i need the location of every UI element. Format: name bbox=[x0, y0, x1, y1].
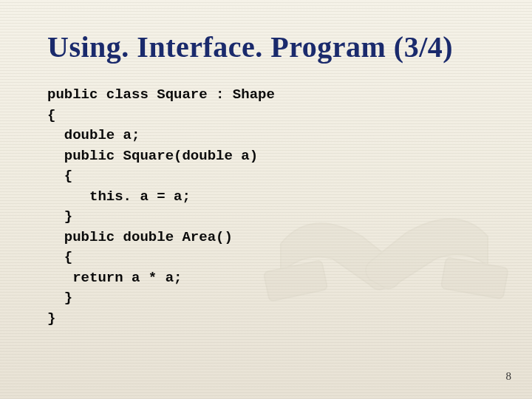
slide-container: Using. Interface. Program (3/4) public c… bbox=[0, 0, 532, 399]
code-block: public class Square : Shape { double a; … bbox=[47, 85, 497, 330]
page-number: 8 bbox=[506, 370, 512, 383]
slide-title: Using. Interface. Program (3/4) bbox=[47, 30, 497, 64]
